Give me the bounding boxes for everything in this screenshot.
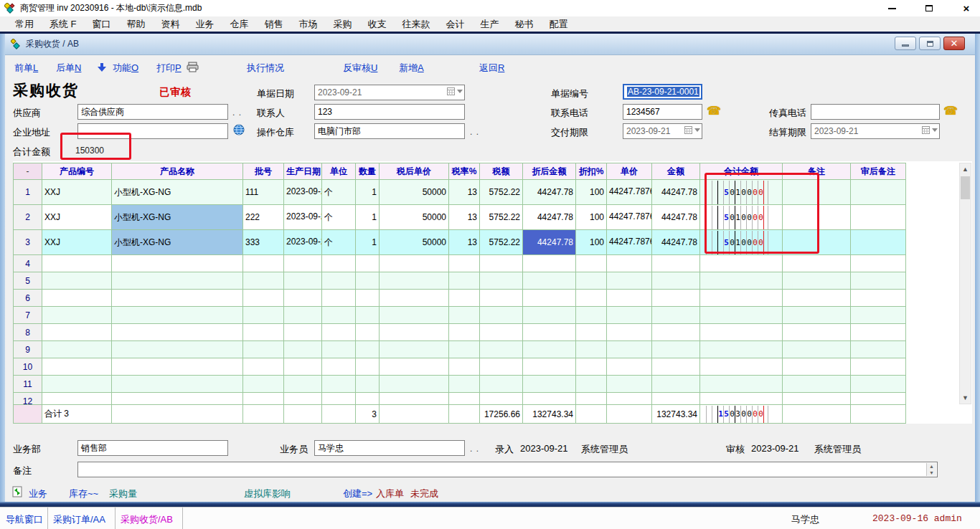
qty-cell[interactable]: 1 [356,205,380,230]
settle-date-field[interactable]: 2023-09-21 [811,123,940,139]
total-amount-grid-cell[interactable]: 5010000 [700,180,783,205]
unit-price-cell[interactable] [607,341,652,358]
close-button[interactable]: × [958,2,974,15]
note-cell[interactable] [783,230,851,255]
tax-cell[interactable]: 5752.22 [480,180,523,205]
col-header-total-amount[interactable]: 合计金额 [700,163,783,180]
note-cell[interactable] [783,205,851,230]
menu-item-system[interactable]: 系统 F [42,16,85,32]
product-code-cell[interactable]: XXJ [42,230,112,255]
tax-rate-cell[interactable]: 13 [449,230,480,255]
col-header-prod-date[interactable]: 生产日期 [284,163,322,180]
statusbar-tab-purchase-order[interactable]: 采购订单/AA [53,513,105,526]
total-amount-grid-cell[interactable] [700,307,783,324]
total-amount-grid-cell[interactable] [700,358,783,376]
unit-price-cell[interactable] [607,290,652,307]
audit-note-cell[interactable] [851,290,906,307]
menu-item-warehouse[interactable]: 仓库 [222,16,257,32]
row-number-cell[interactable]: 9 [14,341,42,358]
function-button[interactable]: 功能O [113,62,138,75]
product-code-cell[interactable] [42,341,112,358]
col-header-discount[interactable]: 折扣% [576,163,607,180]
audit-note-cell[interactable] [851,272,906,290]
product-name-cell[interactable] [112,393,243,405]
unaudit-button[interactable]: 反审核U [343,62,377,75]
tax-rate-cell[interactable]: 13 [449,205,480,230]
phone-field[interactable]: 1234567 [623,104,702,120]
unit-cell[interactable] [322,307,356,324]
qty-cell[interactable]: 1 [356,180,380,205]
unit-cell[interactable] [322,393,356,405]
col-header-tax[interactable]: 税额 [480,163,523,180]
row-number-cell[interactable]: 11 [14,376,42,393]
tax-rate-cell[interactable] [449,307,480,324]
unit-cell[interactable]: 个 [322,180,356,205]
unit-price-cell[interactable] [607,307,652,324]
scroll-down-arrow[interactable]: ▼ [960,392,971,404]
net-price-cell[interactable] [380,272,449,290]
col-header-note[interactable]: 备注 [783,163,851,180]
delivery-date-field[interactable]: 2023-09-21 [623,123,702,139]
audit-note-cell[interactable] [851,180,906,205]
discount-cell[interactable]: 100 [576,180,607,205]
unit-cell[interactable] [322,255,356,272]
product-name-cell[interactable]: 小型机-XG-NG [112,180,243,205]
unit-price-cell[interactable]: 44247.787611 [607,230,652,255]
prod-date-cell[interactable] [284,358,322,376]
unit-price-cell[interactable] [607,358,652,376]
disc-amount-cell[interactable] [523,358,576,376]
note-field[interactable]: ▲▼ [77,462,938,477]
statusbar-tab-nav[interactable]: 导航窗口 [6,513,43,526]
unit-price-cell[interactable]: 44247.787611 [607,180,652,205]
audit-note-cell[interactable] [851,376,906,393]
unit-cell[interactable] [322,341,356,358]
note-cell[interactable] [783,393,851,405]
calendar-dropdown-icon[interactable] [457,90,463,96]
unit-price-cell[interactable] [607,272,652,290]
col-header-amount[interactable]: 金额 [652,163,700,180]
total-amount-grid-cell[interactable] [700,341,783,358]
warehouse-more-button[interactable]: . . [470,127,479,137]
product-name-cell[interactable] [112,376,243,393]
product-name-cell[interactable] [112,341,243,358]
table-vertical-scrollbar[interactable]: ▲ ▼ [959,163,971,404]
col-header-audit-note[interactable]: 审后备注 [851,163,906,180]
product-code-cell[interactable]: XXJ [42,180,112,205]
total-amount-grid-cell[interactable] [700,393,783,405]
audit-note-cell[interactable] [851,324,906,341]
qty-cell[interactable] [356,272,380,290]
product-name-cell[interactable]: 小型机-XG-NG [112,205,243,230]
disc-amount-cell[interactable] [523,307,576,324]
qty-cell[interactable] [356,393,380,405]
stock-link[interactable]: 库存~~ [69,487,98,500]
batch-cell[interactable] [243,307,284,324]
back-button[interactable]: 返回R [479,62,504,75]
prod-date-cell[interactable] [284,341,322,358]
calendar-dropdown-icon[interactable] [932,128,938,135]
total-amount-grid-cell[interactable] [700,324,783,341]
note-cell[interactable] [783,376,851,393]
row-number-cell[interactable]: 8 [14,324,42,341]
note-cell[interactable] [783,290,851,307]
batch-cell[interactable] [243,393,284,405]
unit-cell[interactable]: 个 [322,230,356,255]
col-header-batch[interactable]: 批号 [243,163,284,180]
batch-cell[interactable] [243,324,284,341]
amount-cell[interactable] [652,307,700,324]
discount-cell[interactable] [576,255,607,272]
tax-rate-cell[interactable] [449,290,480,307]
menu-item-common[interactable]: 常用 [7,16,42,32]
disc-amount-cell[interactable] [523,376,576,393]
product-name-cell[interactable] [112,307,243,324]
agent-more-button[interactable]: . . [470,444,479,454]
prod-date-cell[interactable] [284,324,322,341]
tax-cell[interactable] [480,358,523,376]
product-name-cell[interactable] [112,255,243,272]
discount-cell[interactable] [576,290,607,307]
menu-item-data[interactable]: 资料 [154,16,188,32]
net-price-cell[interactable] [380,376,449,393]
tax-rate-cell[interactable] [449,376,480,393]
fax-dial-icon[interactable]: ☎ [943,104,958,118]
batch-cell[interactable] [243,290,284,307]
product-code-cell[interactable] [42,307,112,324]
